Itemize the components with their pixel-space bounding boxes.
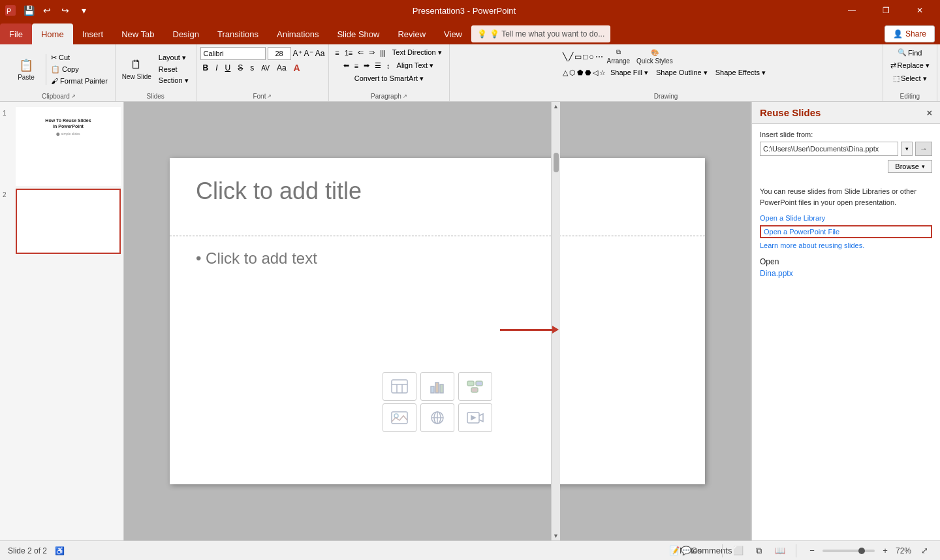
columns-button[interactable]: |||: [378, 48, 388, 57]
font-size-increase-button[interactable]: A⁺: [293, 49, 302, 58]
quick-styles-button[interactable]: 🎨 Quick Styles: [634, 48, 676, 66]
close-button[interactable]: ✕: [905, 0, 935, 21]
restore-button[interactable]: ❐: [871, 0, 901, 21]
vertical-scrollbar[interactable]: ▲ ▼: [551, 102, 560, 540]
slide-thumbnail-1[interactable]: 1 How To Reuse SlidesIn PowerPoint ⬤ sim…: [3, 107, 121, 186]
new-slide-button[interactable]: 🗒 New Slide: [119, 57, 154, 82]
section-button[interactable]: Section ▾: [155, 75, 192, 86]
cut-button[interactable]: ✂ Cut: [48, 52, 111, 63]
file-path-input[interactable]: [760, 142, 898, 156]
open-slide-library-link[interactable]: Open a Slide Library: [760, 214, 932, 222]
tab-transitions[interactable]: Transitions: [208, 23, 268, 44]
shape-effects-button[interactable]: Shape Effects ▾: [712, 67, 769, 78]
file-path-go-button[interactable]: →: [915, 142, 932, 156]
align-text-button[interactable]: Align Text ▾: [394, 60, 437, 71]
find-button[interactable]: 🔍 Find: [894, 47, 925, 58]
tab-design[interactable]: Design: [164, 23, 208, 44]
comments-button[interactable]: 💬 Comments: [698, 543, 714, 559]
slide-title-area[interactable]: Click to add title: [170, 158, 705, 236]
font-clear-button[interactable]: Aa: [315, 49, 325, 58]
numbered-list-button[interactable]: 1≡: [343, 48, 355, 57]
open-powerpoint-file-link[interactable]: Open a PowerPoint File: [760, 225, 932, 238]
shape6-icon[interactable]: ◁: [593, 69, 598, 77]
shape-fill-button[interactable]: Shape Fill ▾: [607, 67, 651, 78]
font-case-button[interactable]: Aa: [274, 63, 289, 73]
bold-button[interactable]: B: [200, 63, 212, 73]
zoom-percent[interactable]: 72%: [896, 546, 911, 555]
insert-chart-icon[interactable]: [420, 372, 454, 401]
insert-table-icon[interactable]: [383, 372, 416, 401]
tab-newtab[interactable]: New Tab: [112, 23, 163, 44]
zoom-in-button[interactable]: +: [877, 543, 893, 559]
shape3-icon[interactable]: ⬡: [569, 69, 576, 77]
scroll-thumb[interactable]: [554, 153, 559, 172]
clipboard-expand-icon[interactable]: ↗: [71, 93, 76, 99]
shape-rect2-icon[interactable]: □: [583, 52, 588, 61]
arrange-button[interactable]: ⧉ Arrange: [604, 47, 633, 66]
slide-thumbnail-2[interactable]: 2: [3, 189, 121, 254]
zoom-slider[interactable]: [822, 550, 875, 552]
paragraph-expand-icon[interactable]: ↗: [403, 93, 407, 99]
zoom-out-button[interactable]: −: [804, 543, 820, 559]
slide-sorter-button[interactable]: ⧉: [751, 543, 767, 559]
learn-more-link[interactable]: Learn more about reusing slides.: [760, 241, 932, 249]
open-file-link[interactable]: Dina.pptx: [760, 269, 793, 278]
tab-view[interactable]: View: [435, 23, 471, 44]
justify-button[interactable]: ☰: [373, 61, 383, 70]
tab-home[interactable]: Home: [32, 23, 73, 44]
scroll-down-button[interactable]: ▼: [553, 533, 559, 539]
shape-circle-icon[interactable]: ○: [589, 52, 593, 61]
shape7-icon[interactable]: ☆: [599, 69, 606, 77]
font-name-input[interactable]: Calibri: [200, 47, 266, 60]
italic-button[interactable]: I: [213, 63, 220, 73]
file-path-dropdown-button[interactable]: ▾: [901, 142, 913, 156]
replace-button[interactable]: ⇄ Replace ▾: [887, 60, 933, 71]
tab-review[interactable]: Review: [388, 23, 435, 44]
font-expand-icon[interactable]: ↗: [267, 93, 272, 99]
font-size-input[interactable]: 28: [268, 47, 291, 60]
format-painter-button[interactable]: 🖌 Format Painter: [48, 76, 111, 86]
minimize-button[interactable]: —: [837, 0, 867, 21]
normal-view-button[interactable]: ⬜: [730, 543, 746, 559]
share-button[interactable]: 👤 Share: [885, 25, 935, 42]
slide-content-area[interactable]: • Click to add text: [170, 236, 705, 484]
align-left-button[interactable]: ⬅: [341, 61, 351, 70]
redo-qat-button[interactable]: ↪: [57, 3, 73, 18]
scroll-up-button[interactable]: ▲: [553, 103, 559, 110]
tab-insert[interactable]: Insert: [73, 23, 113, 44]
reading-view-button[interactable]: 📖: [772, 543, 788, 559]
align-center-button[interactable]: ≡: [352, 61, 360, 70]
layout-button[interactable]: Layout ▾: [155, 52, 192, 63]
shape-more-icon[interactable]: ⋯: [595, 52, 603, 61]
shape2-icon[interactable]: △: [563, 69, 568, 77]
select-button[interactable]: ⬚ Select ▾: [890, 73, 930, 84]
qat-customize-button[interactable]: ▾: [76, 3, 91, 18]
indent-decrease-button[interactable]: ⇐: [356, 48, 366, 57]
shape-line-icon[interactable]: ╲: [563, 52, 567, 61]
shape-rect-icon[interactable]: ▭: [574, 52, 582, 61]
copy-button[interactable]: 📋 Copy: [48, 64, 111, 75]
insert-online-picture-icon[interactable]: [420, 403, 454, 432]
browse-button[interactable]: Browse: [888, 160, 932, 173]
font-size-decrease-button[interactable]: A⁻: [304, 49, 313, 58]
tab-slideshow[interactable]: Slide Show: [328, 23, 388, 44]
line-spacing-button[interactable]: ↕: [384, 61, 392, 70]
tell-me-search[interactable]: 💡 💡 Tell me what you want to do...: [471, 25, 610, 42]
underline-button[interactable]: U: [223, 63, 234, 73]
insert-video-icon[interactable]: [458, 403, 492, 432]
tab-animations[interactable]: Animations: [268, 23, 328, 44]
indent-increase-button[interactable]: ⇒: [367, 48, 377, 57]
shape-outline-button[interactable]: Shape Outline ▾: [653, 67, 711, 78]
shape4-icon[interactable]: ⬟: [577, 69, 584, 77]
paste-button[interactable]: 📋 Paste: [12, 57, 40, 82]
insert-picture-icon[interactable]: [383, 403, 416, 432]
accessibility-icon[interactable]: ♿: [55, 546, 65, 555]
shape5-icon[interactable]: ⬣: [585, 69, 591, 77]
text-direction-button[interactable]: Text Direction ▾: [389, 47, 445, 58]
font-color-button[interactable]: A: [291, 62, 303, 74]
undo-qat-button[interactable]: ↩: [39, 3, 55, 18]
tab-file[interactable]: File: [0, 23, 32, 44]
reset-button[interactable]: Reset: [155, 64, 192, 74]
reuse-panel-close-button[interactable]: ×: [927, 108, 932, 118]
insert-smartart-icon[interactable]: [458, 372, 492, 401]
